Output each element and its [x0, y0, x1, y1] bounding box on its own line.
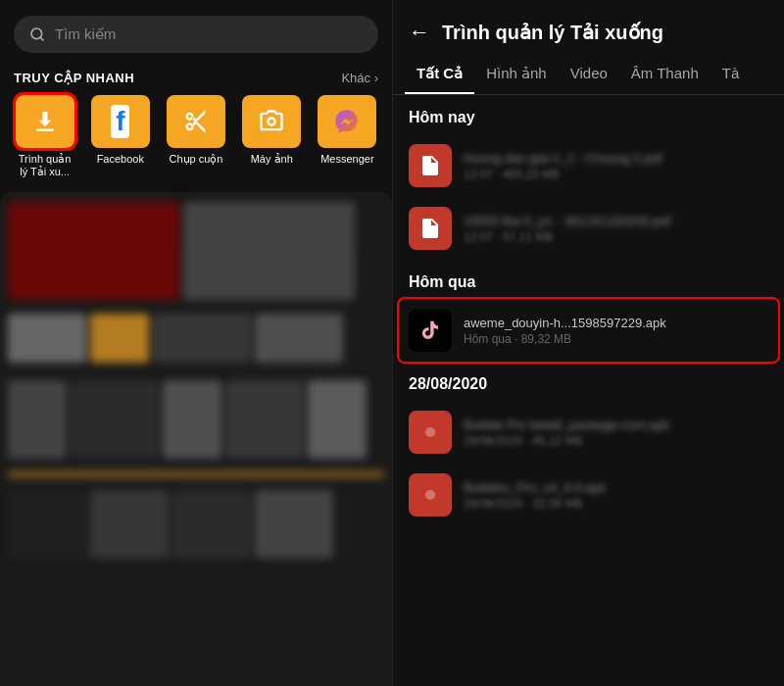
- file-name-3: aweme_douyin-h...1598597229.apk: [464, 316, 768, 330]
- file-icon-app-4: [409, 411, 452, 454]
- folder-label-facebook: Facebook: [97, 153, 144, 166]
- app-icon-5: [418, 483, 442, 507]
- file-meta-3: Hôm qua · 89,32 MB: [464, 332, 768, 346]
- tab-ta[interactable]: Tà: [710, 55, 752, 94]
- right-panel: ← Trình quản lý Tải xuống Tất Cả Hình ản…: [392, 0, 784, 686]
- folder-icon-may-anh: [242, 95, 301, 148]
- search-bar[interactable]: Tìm kiếm: [14, 16, 378, 53]
- file-item-1[interactable]: Huong dan giai h_2 - Chuong 5.pdf 12:07 …: [393, 134, 784, 197]
- file-info-2: 15555 Bai 5_p1 - 301191100200.pdf 12:07 …: [464, 214, 768, 244]
- pdf-icon-2: [418, 217, 442, 240]
- svg-point-5: [425, 490, 435, 500]
- file-info-5: Bubbles_Pro_v4_9.9.apk 28/08/2020 · 32,0…: [464, 480, 768, 511]
- folder-label-may-anh: Máy ảnh: [251, 153, 293, 166]
- file-item-5[interactable]: Bubbles_Pro_v4_9.9.apk 28/08/2020 · 32,0…: [393, 464, 784, 526]
- file-item-2[interactable]: 15555 Bai 5_p1 - 301191100200.pdf 12:07 …: [393, 197, 784, 260]
- download-list: Hôm nay Huong dan giai h_2 - Chuong 5.pd…: [393, 95, 784, 686]
- tab-hinh-anh[interactable]: Hình ảnh: [474, 55, 559, 94]
- file-name-2: 15555 Bai 5_p1 - 301191100200.pdf: [464, 214, 768, 228]
- folder-item-chup-cuon[interactable]: Chụp cuộn: [161, 95, 230, 178]
- tab-am-thanh[interactable]: Âm Thanh: [619, 55, 710, 94]
- file-info-1: Huong dan giai h_2 - Chuong 5.pdf 12:07 …: [464, 151, 768, 181]
- folder-label-messenger: Messenger: [320, 153, 373, 166]
- section-label-hom-nay: Hôm nay: [393, 95, 784, 134]
- back-arrow-button[interactable]: ←: [409, 20, 430, 45]
- file-item-3-tiktok[interactable]: aweme_douyin-h...1598597229.apk Hôm qua …: [399, 299, 778, 362]
- folder-item-may-anh[interactable]: Máy ảnh: [237, 95, 307, 178]
- folder-icon-chup-cuon: [167, 95, 225, 148]
- search-placeholder: Tìm kiếm: [55, 25, 116, 43]
- tiktok-icon-svg: [419, 319, 441, 341]
- file-item-4[interactable]: Bubble Pro beta9_package-com.apk 28/08/2…: [393, 401, 784, 464]
- tab-video[interactable]: Video: [559, 55, 619, 94]
- left-content-area: [0, 192, 392, 686]
- camera-icon: [258, 108, 285, 135]
- blurred-gallery: [0, 192, 392, 686]
- download-folder-icon: [30, 107, 60, 136]
- quick-access-more[interactable]: Khác ›: [341, 71, 378, 85]
- file-icon-tiktok: [409, 309, 452, 352]
- svg-line-1: [40, 37, 43, 40]
- messenger-icon: [333, 108, 361, 135]
- pdf-icon: [418, 154, 442, 177]
- folder-label-chup-cuon: Chụp cuộn: [170, 153, 223, 166]
- search-icon: [29, 26, 45, 42]
- right-header: ← Trình quản lý Tải xuống: [393, 0, 784, 55]
- left-panel: Tìm kiếm TRUY CẬP NHANH Khác › Trình quả…: [0, 0, 392, 686]
- section-label-hom-qua: Hôm qua: [393, 260, 784, 299]
- folder-item-trinh-quan-ly[interactable]: Trình quảnlý Tải xu...: [10, 95, 79, 178]
- folder-item-facebook[interactable]: f Facebook: [85, 95, 155, 178]
- file-meta-2: 12:07 · 57,11 MB: [464, 230, 768, 244]
- file-info-4: Bubble Pro beta9_package-com.apk 28/08/2…: [464, 417, 768, 448]
- folder-label-trinh-quan-ly: Trình quảnlý Tải xu...: [19, 153, 72, 178]
- right-panel-title: Trình quản lý Tải xuống: [442, 21, 663, 44]
- file-name-1: Huong dan giai h_2 - Chuong 5.pdf: [464, 151, 768, 166]
- file-meta-5: 28/08/2020 · 32,08 MB: [464, 497, 768, 511]
- quick-access-header: TRUY CẬP NHANH Khác ›: [0, 65, 392, 95]
- file-icon-app-5: [409, 473, 452, 516]
- file-name-4: Bubble Pro beta9_package-com.apk: [464, 417, 768, 432]
- facebook-icon: f: [111, 105, 129, 138]
- file-info-3: aweme_douyin-h...1598597229.apk Hôm qua …: [464, 316, 768, 346]
- quick-access-title: TRUY CẬP NHANH: [14, 71, 134, 85]
- file-icon-pdf-2: [409, 207, 452, 250]
- file-meta-4: 28/08/2020 · 45,12 MB: [464, 434, 768, 448]
- app-icon-4: [418, 420, 442, 444]
- file-name-5: Bubbles_Pro_v4_9.9.apk: [464, 480, 768, 495]
- svg-point-3: [425, 427, 435, 437]
- section-label-28-08-2020: 28/08/2020: [393, 362, 784, 401]
- tab-tat-ca[interactable]: Tất Cả: [405, 55, 474, 94]
- folder-icon-facebook: f: [91, 95, 150, 148]
- folder-icon-messenger: [318, 95, 376, 148]
- tabs-row: Tất Cả Hình ảnh Video Âm Thanh Tà: [393, 55, 784, 95]
- file-icon-pdf-1: [409, 144, 452, 187]
- folders-row: Trình quảnlý Tải xu... f Facebook Chụp c…: [0, 95, 392, 178]
- file-meta-1: 12:07 · 465,23 MB: [464, 168, 768, 181]
- folder-icon-trinh-quan-ly: [16, 95, 74, 148]
- folder-item-messenger[interactable]: Messenger: [313, 95, 382, 178]
- scissors-icon: [182, 108, 210, 135]
